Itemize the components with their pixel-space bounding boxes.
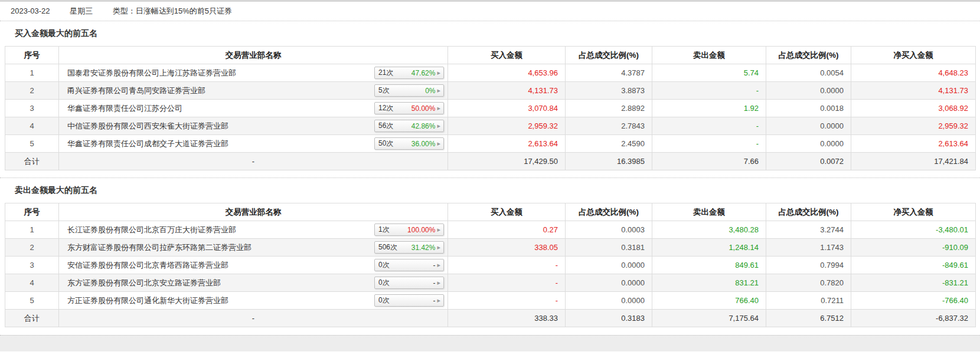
sell-ratio: 0.0018	[766, 100, 851, 117]
badge-percent: -	[433, 261, 435, 269]
badge-count: 50次	[378, 139, 393, 149]
buy-ratio: 2.8892	[566, 100, 652, 117]
total-row: 合计 - 17,429.50 16.3985 7.66 0.0072 17,42…	[5, 153, 976, 170]
chevron-right-icon: ▸	[437, 70, 440, 76]
broker-name-link[interactable]: 国泰君安证券股份有限公司上海江苏路证券营业部	[67, 68, 236, 78]
chevron-right-icon: ▸	[437, 297, 440, 304]
table-row: 5 华鑫证券有限责任公司成都交子大道证券营业部 50次 36.00% ▸ 2,6…	[5, 135, 976, 153]
broker-name-link[interactable]: 东方证券股份有限公司北京安立路证券营业部	[67, 278, 221, 288]
rank-index: 5	[5, 292, 59, 310]
rank-history-badge[interactable]: 12次 50.00% ▸	[374, 102, 444, 114]
badge-percent: 100.00%	[407, 226, 435, 234]
broker-name-link[interactable]: 东方财富证券股份有限公司拉萨东环路第二证券营业部	[67, 242, 251, 253]
table-row: 5 方正证券股份有限公司通化新华大街证券营业部 0次 - ▸ - 0.0000 …	[5, 292, 976, 310]
sell-amount: 831.21	[652, 274, 766, 292]
col-header-sell-ratio: 占总成交比例(%)	[766, 203, 851, 221]
rank-history-badge[interactable]: 1次 100.00% ▸	[374, 223, 444, 236]
buy-amount: -	[448, 292, 566, 310]
rank-index: 3	[5, 257, 59, 274]
table-row: 4 东方证券股份有限公司北京安立路证券营业部 0次 - ▸ - 0.0000 8…	[5, 274, 976, 292]
net-buy-amount: 2,613.64	[851, 135, 976, 153]
table-row: 3 安信证券股份有限公司北京青塔西路证券营业部 0次 - ▸ - 0.0000 …	[5, 257, 976, 274]
rank-history-badge[interactable]: 0次 - ▸	[374, 294, 444, 307]
buy-amount: 2,959.32	[448, 117, 566, 135]
badge-percent: 36.00%	[411, 140, 436, 148]
col-header-buy-ratio: 占总成交比例(%)	[566, 203, 652, 221]
buy-amount: -	[448, 274, 566, 292]
rank-index: 4	[5, 274, 59, 292]
rank-history-badge[interactable]: 0次 - ▸	[374, 277, 444, 289]
page-bottom-strip	[0, 335, 980, 351]
rank-history-badge[interactable]: 5次 0% ▸	[374, 84, 444, 97]
rank-index: 1	[5, 221, 59, 239]
buy-ratio: 0.0000	[566, 257, 652, 274]
total-sell-amount: 7.66	[652, 153, 766, 170]
broker-name-link[interactable]: 中信证券股份有限公司西安朱雀大街证券营业部	[67, 121, 228, 132]
rank-history-badge[interactable]: 21次 47.62% ▸	[374, 67, 444, 79]
total-buy-amount: 338.33	[448, 310, 566, 327]
table-row: 2 甬兴证券有限公司青岛同安路证券营业部 5次 0% ▸ 4,131.73 3.…	[5, 82, 976, 100]
sell-amount: -	[652, 82, 766, 100]
table-row: 4 中信证券股份有限公司西安朱雀大街证券营业部 56次 42.86% ▸ 2,9…	[5, 117, 976, 135]
sell-ratio: 3.2744	[766, 221, 851, 239]
sell-amount: -	[652, 117, 766, 135]
rank-history-badge[interactable]: 56次 42.86% ▸	[374, 120, 444, 132]
net-buy-amount: 2,959.32	[851, 117, 976, 135]
col-header-sell: 卖出金额	[652, 47, 766, 64]
col-header-index: 序号	[5, 47, 59, 64]
sell-amount: 849.61	[652, 257, 766, 274]
buy-ratio: 4.3787	[566, 64, 652, 82]
buy-amount: 3,070.84	[448, 100, 566, 117]
buy-amount: 4,653.96	[448, 64, 566, 82]
col-header-buy: 买入金额	[448, 203, 566, 221]
total-name-placeholder: -	[59, 310, 448, 327]
total-buy-ratio: 16.3985	[566, 153, 652, 170]
broker-name-link[interactable]: 华鑫证券有限责任公司成都交子大道证券营业部	[67, 139, 228, 149]
broker-name-link[interactable]: 甬兴证券有限公司青岛同安路证券营业部	[67, 86, 205, 96]
sell-amount: 5.74	[652, 64, 766, 82]
total-row: 合计 - 338.33 0.3183 7,175.64 6.7512 -6,83…	[5, 310, 976, 327]
rank-index: 3	[5, 100, 59, 117]
col-header-broker: 交易营业部名称	[59, 203, 448, 221]
buy-amount: 0.27	[448, 221, 566, 239]
buy-amount: 4,131.73	[448, 82, 566, 100]
chevron-right-icon: ▸	[437, 105, 440, 111]
badge-percent: -	[433, 297, 435, 305]
badge-count: 0次	[378, 278, 390, 288]
buy-ratio: 2.4590	[566, 135, 652, 153]
broker-name-link[interactable]: 长江证券股份有限公司北京百万庄大街证券营业部	[67, 225, 236, 235]
broker-name-link[interactable]: 华鑫证券有限责任公司江苏分公司	[67, 103, 182, 114]
sell-ratio: 0.0000	[766, 117, 851, 135]
badge-percent: 0%	[425, 87, 435, 95]
sell-amount: 766.40	[652, 292, 766, 310]
net-buy-amount: -910.09	[851, 239, 976, 257]
col-header-sell: 卖出金额	[652, 203, 766, 221]
rank-history-badge[interactable]: 50次 36.00% ▸	[374, 137, 444, 150]
rank-index: 4	[5, 117, 59, 135]
table-row: 1 长江证券股份有限公司北京百万庄大街证券营业部 1次 100.00% ▸ 0.…	[5, 221, 976, 239]
type-label: 类型：日涨幅达到15%的前5只证券	[113, 6, 232, 15]
sell-amount: -	[652, 135, 766, 153]
sell-ratio: 0.7994	[766, 257, 851, 274]
badge-count: 12次	[378, 103, 393, 113]
broker-name-link[interactable]: 方正证券股份有限公司通化新华大街证券营业部	[67, 295, 228, 306]
sell-table-header-row: 序号 交易营业部名称 买入金额 占总成交比例(%) 卖出金额 占总成交比例(%)…	[5, 203, 976, 221]
sell-ratio: 0.0000	[766, 82, 851, 100]
broker-name-link[interactable]: 安信证券股份有限公司北京青塔西路证券营业部	[67, 260, 228, 271]
col-header-index: 序号	[5, 203, 59, 221]
sell-amount: 1.92	[652, 100, 766, 117]
sell-amount: 3,480.28	[652, 221, 766, 239]
net-buy-amount: -849.61	[851, 257, 976, 274]
badge-percent: 42.86%	[411, 122, 436, 130]
chevron-right-icon: ▸	[437, 226, 440, 233]
rank-history-badge[interactable]: 0次 - ▸	[374, 259, 444, 271]
total-sell-ratio: 6.7512	[766, 310, 851, 327]
total-sell-ratio: 0.0072	[766, 153, 851, 170]
buy-amount: 2,613.64	[448, 135, 566, 153]
chevron-right-icon: ▸	[437, 262, 440, 268]
col-header-net: 净买入金额	[851, 47, 976, 64]
sell-amount: 1,248.14	[652, 239, 766, 257]
sell-ratio: 1.1743	[766, 239, 851, 257]
rank-history-badge[interactable]: 506次 31.42% ▸	[374, 241, 444, 254]
col-header-sell-ratio: 占总成交比例(%)	[766, 47, 851, 64]
